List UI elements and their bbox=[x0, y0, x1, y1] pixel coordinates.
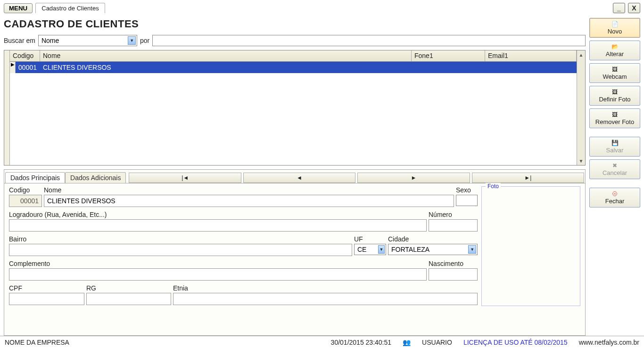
alterar-button[interactable]: 📂 Alterar bbox=[589, 41, 640, 60]
sexo-combo[interactable] bbox=[456, 195, 478, 206]
webcam-button[interactable]: 🖼 Webcam bbox=[589, 63, 640, 83]
label-foto: Foto bbox=[486, 183, 501, 190]
col-email[interactable]: Email1 bbox=[485, 50, 577, 61]
label-complemento: Complemento bbox=[9, 260, 427, 267]
label-cidade: Cidade bbox=[388, 235, 478, 243]
bairro-field[interactable] bbox=[9, 244, 352, 256]
nome-field[interactable] bbox=[44, 195, 454, 207]
nav-first-button[interactable]: |◄ bbox=[129, 173, 241, 183]
label-sexo: Sexo bbox=[456, 186, 478, 194]
uf-field[interactable] bbox=[357, 246, 378, 253]
fechar-button[interactable]: ⮾ Fechar bbox=[589, 188, 640, 207]
grid-header: Codigo Nome Fone1 Email1 bbox=[10, 50, 577, 62]
table-row[interactable]: 00001 CLIENTES DIVERSOS bbox=[16, 62, 577, 73]
cidade-field[interactable] bbox=[391, 246, 468, 253]
tab-cadastro-clientes[interactable]: Cadastro de Clientes bbox=[35, 3, 105, 13]
grid-indicator-column bbox=[4, 50, 10, 165]
cell-nome: CLIENTES DIVERSOS bbox=[40, 62, 412, 73]
alterar-label: Alterar bbox=[606, 50, 624, 58]
save-icon: 💾 bbox=[611, 140, 619, 146]
image-icon: 🖼 bbox=[611, 66, 619, 73]
webcam-label: Webcam bbox=[603, 73, 627, 80]
search-label-buscar: Buscar em bbox=[4, 37, 35, 44]
rg-field[interactable] bbox=[86, 293, 171, 305]
fechar-label: Fechar bbox=[605, 198, 624, 205]
status-company: NOME DA EMPRESA bbox=[5, 339, 69, 346]
label-rg: RG bbox=[86, 284, 171, 292]
chevron-down-icon[interactable]: ▼ bbox=[468, 245, 476, 254]
cell-email bbox=[485, 66, 577, 69]
page-title: CADASTRO DE CLIENTES bbox=[4, 18, 586, 30]
label-etnia: Etnia bbox=[173, 284, 478, 292]
novo-button[interactable]: 📄 Novo bbox=[589, 18, 640, 38]
cancelar-button[interactable]: ✖ Cancelar bbox=[589, 159, 640, 179]
remover-label: Remover Foto bbox=[595, 118, 634, 125]
col-codigo[interactable]: Codigo bbox=[10, 50, 40, 61]
chevron-down-icon[interactable]: ▼ bbox=[378, 245, 385, 254]
row-indicator-icon: ▶ bbox=[10, 62, 16, 73]
tab-dados-adicionais[interactable]: Dados Adicionais bbox=[65, 172, 126, 183]
cancelar-label: Cancelar bbox=[603, 169, 627, 176]
search-field-combo[interactable]: ▼ bbox=[38, 35, 137, 46]
chevron-down-icon[interactable]: ▼ bbox=[128, 36, 136, 45]
cidade-combo[interactable]: ▼ bbox=[388, 244, 478, 255]
etnia-field[interactable] bbox=[173, 293, 478, 305]
close-window-button[interactable]: X bbox=[628, 3, 640, 13]
image-icon: 🖼 bbox=[611, 89, 619, 95]
label-numero: Número bbox=[429, 211, 478, 218]
cell-codigo: 00001 bbox=[16, 62, 40, 73]
col-fone[interactable]: Fone1 bbox=[412, 50, 485, 61]
folder-icon: 📂 bbox=[611, 43, 619, 50]
complemento-field[interactable] bbox=[9, 268, 427, 281]
nav-next-button[interactable]: ► bbox=[357, 173, 470, 183]
status-bar: NOME DA EMPRESA 30/01/2015 23:40:51 👥 US… bbox=[0, 336, 644, 348]
tab-dados-principais[interactable]: Dados Principais bbox=[5, 172, 65, 183]
uf-combo[interactable]: ▼ bbox=[354, 244, 386, 255]
grid-scrollbar[interactable]: ▲ ▼ bbox=[577, 50, 585, 165]
label-nome: Nome bbox=[44, 186, 454, 194]
codigo-field bbox=[9, 195, 42, 207]
new-icon: 📄 bbox=[611, 21, 619, 27]
novo-label: Novo bbox=[608, 28, 622, 35]
search-field-value[interactable] bbox=[41, 37, 128, 44]
logradouro-field[interactable] bbox=[9, 219, 427, 232]
search-label-por: por bbox=[140, 37, 149, 44]
salvar-button[interactable]: 💾 Salvar bbox=[589, 137, 640, 157]
remover-foto-button[interactable]: 🖼 Remover Foto bbox=[589, 108, 640, 128]
status-user: USUARIO bbox=[422, 339, 452, 346]
foto-panel: Foto bbox=[481, 186, 580, 306]
cell-fone bbox=[412, 66, 485, 69]
scroll-up-icon[interactable]: ▲ bbox=[579, 50, 584, 59]
label-logradouro: Logradouro (Rua, Avenida, Etc...) bbox=[9, 211, 427, 218]
definir-label: Definir Foto bbox=[599, 96, 630, 103]
minimize-button[interactable]: _ bbox=[613, 3, 625, 13]
status-site: www.netfalys.com.br bbox=[579, 339, 639, 346]
cancel-icon: ✖ bbox=[611, 162, 619, 169]
cpf-field[interactable] bbox=[9, 293, 84, 305]
image-icon: 🖼 bbox=[611, 111, 619, 118]
label-cpf: CPF bbox=[9, 284, 84, 292]
label-uf: UF bbox=[354, 235, 386, 243]
user-icon: 👥 bbox=[403, 339, 411, 346]
menu-button[interactable]: MENU bbox=[4, 3, 33, 13]
status-datetime: 30/01/2015 23:40:51 bbox=[331, 339, 391, 346]
col-nome[interactable]: Nome bbox=[40, 50, 412, 61]
nav-prev-button[interactable]: ◄ bbox=[243, 173, 355, 183]
label-bairro: Bairro bbox=[9, 235, 352, 243]
scroll-down-icon[interactable]: ▼ bbox=[579, 157, 584, 165]
nascimento-field[interactable] bbox=[429, 268, 478, 281]
sexo-field[interactable] bbox=[459, 197, 476, 204]
nav-last-button[interactable]: ►| bbox=[472, 173, 584, 183]
label-nascimento: Nascimento bbox=[429, 260, 478, 267]
search-input[interactable] bbox=[152, 35, 586, 46]
definir-foto-button[interactable]: 🖼 Definir Foto bbox=[589, 86, 640, 106]
salvar-label: Salvar bbox=[606, 147, 624, 154]
clients-grid: Codigo Nome Fone1 Email1 ▶ 00001 CLIENTE… bbox=[4, 50, 586, 166]
close-icon: ⮾ bbox=[611, 191, 619, 197]
status-license: LICENÇA DE USO ATÉ 08/02/2015 bbox=[463, 339, 568, 346]
label-codigo: Codigo bbox=[9, 186, 42, 194]
numero-field[interactable] bbox=[429, 219, 478, 232]
